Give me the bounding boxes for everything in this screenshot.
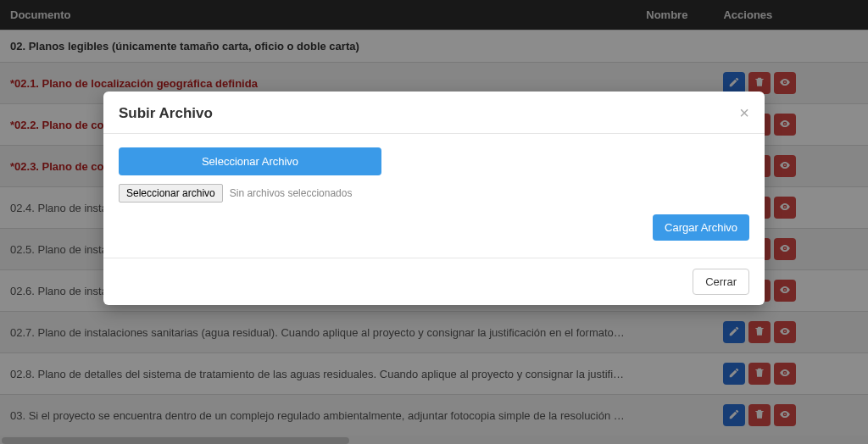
- upload-button[interactable]: Cargar Archivo: [653, 214, 749, 241]
- native-file-button[interactable]: Seleccionar archivo: [119, 184, 223, 203]
- modal-title: Subir Archivo: [119, 105, 213, 122]
- modal-actions: Cargar Archivo: [119, 214, 749, 241]
- modal-footer: Cerrar: [103, 258, 765, 305]
- close-button[interactable]: Cerrar: [693, 269, 749, 295]
- close-icon: ×: [739, 103, 749, 122]
- modal-overlay[interactable]: Subir Archivo × Seleccionar Archivo Sele…: [0, 0, 868, 444]
- select-file-button[interactable]: Seleccionar Archivo: [119, 147, 381, 175]
- upload-modal: Subir Archivo × Seleccionar Archivo Sele…: [103, 92, 765, 305]
- modal-close-button[interactable]: ×: [739, 103, 749, 123]
- modal-body: Seleccionar Archivo Seleccionar archivo …: [103, 134, 765, 258]
- file-status-text: Sin archivos seleccionados: [230, 187, 353, 199]
- file-input-row: Seleccionar archivo Sin archivos selecci…: [119, 184, 749, 203]
- modal-header: Subir Archivo ×: [103, 92, 765, 134]
